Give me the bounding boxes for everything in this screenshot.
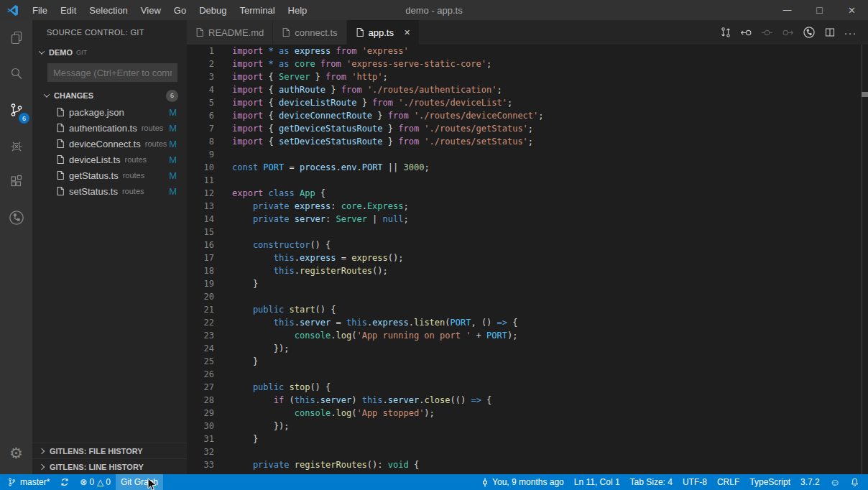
line-number: 16 (187, 239, 232, 251)
status-tab-size[interactable]: Tab Size: 4 (625, 474, 678, 490)
split-editor-button[interactable] (819, 20, 840, 45)
section-gitlens-file-history[interactable]: GITLENS: FILE HISTORY (32, 443, 187, 458)
activity-extensions[interactable] (0, 164, 32, 200)
tab-app.ts[interactable]: app.ts✕ (347, 20, 420, 45)
tab-label: app.ts (369, 27, 394, 38)
status-ts-version[interactable]: 3.7.2 (795, 474, 825, 490)
extensions-icon (8, 173, 25, 190)
manage-gear-icon[interactable]: ⚙ (0, 438, 32, 468)
code-line: 28 if (this.server) this.server.close(()… (187, 394, 868, 407)
title-bar: FileEditSelectionViewGoDebugTerminalHelp… (0, 0, 868, 20)
git-branch-icon (7, 477, 17, 487)
changed-file-row[interactable]: authentication.tsroutesM (32, 120, 187, 136)
change-marker-button[interactable] (757, 20, 777, 45)
code-text: export class App { (232, 187, 326, 200)
editor-area: README.mdconnect.tsapp.ts✕ (187, 20, 868, 474)
source-control-sidebar: SOURCE CONTROL: GIT DEMO GIT CHANGES 6 p… (32, 20, 187, 474)
code-line: 8import { setDeviceStatusRoute } from '.… (187, 135, 868, 148)
file-icon (56, 139, 65, 149)
scrollbar-rail[interactable] (862, 45, 868, 474)
line-number: 22 (187, 316, 232, 329)
repo-type: GIT (76, 49, 87, 56)
line-number: 12 (187, 187, 232, 200)
arrow-right-circle-icon (782, 27, 794, 39)
changes-section-header[interactable]: CHANGES 6 (32, 87, 187, 104)
status-commit-info[interactable]: You, 9 months ago (476, 474, 569, 490)
activity-debug[interactable] (0, 128, 32, 164)
gitlens-graph-button[interactable] (798, 20, 819, 45)
code-editor[interactable]: 1import * as express from 'express'2impo… (187, 45, 868, 474)
git-status-modified: M (169, 154, 177, 165)
status-sync[interactable] (55, 474, 75, 490)
status-problems[interactable]: ⊗ 0 △ 0 (75, 474, 116, 490)
file-icon (56, 154, 65, 165)
code-line: 15 (187, 226, 868, 239)
changed-file-row[interactable]: getStatus.tsroutesM (32, 167, 187, 183)
changed-file-row[interactable]: package.jsonM (32, 104, 187, 120)
menu-file[interactable]: File (26, 0, 54, 20)
code-line: 2import * as core from 'express-serve-st… (187, 57, 868, 70)
line-number: 9 (187, 148, 232, 161)
scrollbar-thumb[interactable] (862, 92, 868, 97)
menu-view[interactable]: View (134, 0, 167, 20)
line-number: 25 (187, 355, 232, 368)
tab-label: README.md (208, 27, 264, 38)
code-text: }); (232, 342, 289, 355)
chevron-down-icon (44, 91, 50, 97)
status-eol[interactable]: CRLF (712, 474, 744, 490)
notifications-bell[interactable] (845, 474, 868, 490)
changed-file-row[interactable]: deviceConnect.tsroutesM (32, 136, 187, 152)
changed-file-row[interactable]: deviceList.tsroutesM (32, 152, 187, 167)
line-number: 7 (187, 122, 232, 135)
line-number: 19 (187, 277, 232, 290)
activity-gitlens[interactable] (0, 200, 32, 236)
main-area: 6 ⚙ SOURCE CONTROL: GIT (0, 20, 868, 474)
commit-message-input[interactable] (47, 63, 177, 82)
menu-go[interactable]: Go (167, 0, 193, 20)
status-encoding[interactable]: UTF-8 (678, 474, 712, 490)
tab-readme.md[interactable]: README.md (187, 20, 273, 45)
editor-actions: ··· (715, 20, 868, 45)
code-text: if (this.server) this.server.close(() =>… (232, 394, 491, 407)
maximize-button[interactable]: □ (803, 0, 836, 20)
open-changes-button[interactable] (715, 20, 736, 45)
close-window-button[interactable]: ✕ (836, 0, 868, 20)
chevron-down-icon (39, 48, 45, 54)
close-icon[interactable]: ✕ (404, 28, 410, 37)
activity-search[interactable] (0, 56, 32, 92)
menu-terminal[interactable]: Terminal (233, 0, 281, 20)
menu-selection[interactable]: Selection (83, 0, 134, 20)
more-actions-button[interactable]: ··· (840, 20, 861, 45)
status-git-graph[interactable]: Git Graph (116, 474, 163, 490)
section-gitlens-line-history[interactable]: GITLENS: LINE HISTORY (32, 458, 187, 474)
menu-edit[interactable]: Edit (54, 0, 83, 20)
code-line: 31 } (187, 433, 868, 445)
status-branch[interactable]: master* (0, 474, 55, 490)
code-text: import { setDeviceStatusRoute } from './… (232, 135, 533, 148)
arrow-left-circle-icon (740, 27, 752, 39)
file-folder: routes (142, 124, 164, 132)
code-text: import * as express from 'express' (232, 45, 409, 57)
code-text: } (232, 355, 258, 368)
status-language[interactable]: TypeScript (744, 474, 795, 490)
feedback-smiley-icon[interactable]: ☺ (825, 474, 845, 490)
code-text: const PORT = process.env.PORT || 3000; (232, 161, 430, 174)
code-line: 3import { Server } from 'http'; (187, 70, 868, 83)
previous-change-button[interactable] (736, 20, 757, 45)
next-change-button[interactable] (777, 20, 798, 45)
changed-file-row[interactable]: setStatus.tsroutesM (32, 183, 187, 199)
menu-help[interactable]: Help (282, 0, 314, 20)
code-line: 18 this.registerRoutes(); (187, 264, 868, 277)
line-number: 31 (187, 433, 232, 445)
activity-explorer[interactable] (0, 20, 32, 56)
line-number: 30 (187, 420, 232, 433)
status-cursor-position[interactable]: Ln 11, Col 1 (569, 474, 625, 490)
activity-source-control[interactable]: 6 (0, 92, 32, 128)
changes-count-badge: 6 (166, 90, 178, 102)
menu-debug[interactable]: Debug (193, 0, 233, 20)
minimize-button[interactable]: — (771, 0, 803, 20)
tab-connect.ts[interactable]: connect.ts (273, 20, 346, 45)
code-line: 1import * as express from 'express' (187, 45, 868, 57)
repo-section-header[interactable]: DEMO GIT (32, 45, 187, 60)
more-actions-icon: ··· (844, 27, 857, 39)
